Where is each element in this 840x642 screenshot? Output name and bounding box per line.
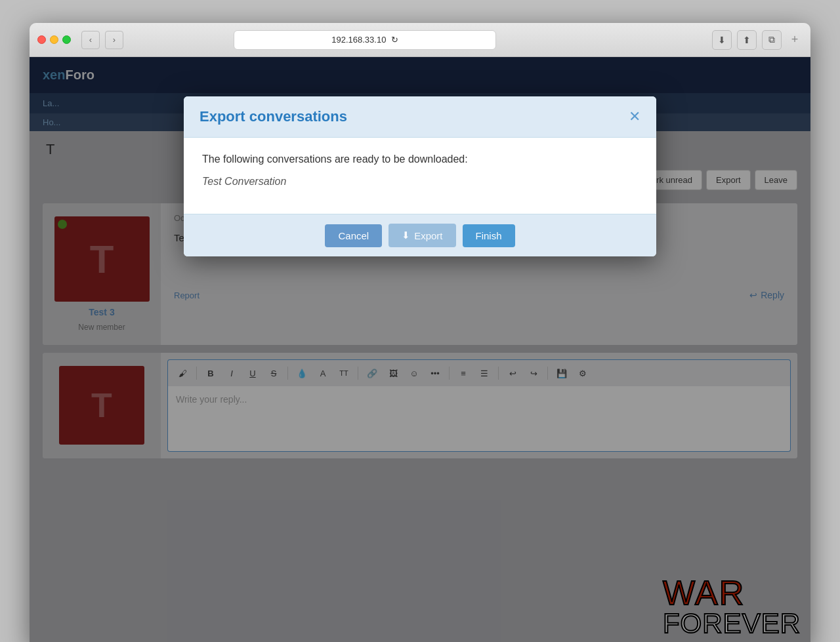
- conversation-item: Test Conversation: [202, 176, 638, 188]
- maximize-window-button[interactable]: [62, 35, 71, 44]
- address-text: 192.168.33.10: [331, 35, 386, 45]
- modal-title: Export conversations: [200, 108, 347, 125]
- address-bar[interactable]: 192.168.33.10: [234, 30, 496, 50]
- modal-overlay: Export conversations ✕ The following con…: [30, 57, 810, 642]
- refresh-icon[interactable]: [391, 35, 398, 45]
- close-window-button[interactable]: [37, 35, 46, 44]
- back-button[interactable]: ‹: [81, 31, 100, 49]
- modal-footer: Cancel ⬇ Export Finish: [184, 214, 656, 256]
- browser-toolbar-right: ⬇ ⬆ ⧉: [712, 30, 782, 50]
- export-modal: Export conversations ✕ The following con…: [184, 96, 656, 256]
- traffic-lights: [37, 35, 71, 44]
- export-download-button[interactable]: ⬇ Export: [388, 224, 455, 247]
- page-content: xenForo La... Ho... T ✏ Edit Star: [30, 57, 810, 642]
- tabs-icon[interactable]: ⧉: [762, 30, 782, 50]
- browser-titlebar: ‹ › 192.168.33.10 ⬇ ⬆ ⧉ +: [30, 23, 810, 57]
- forward-button[interactable]: ›: [105, 31, 123, 49]
- modal-body: The following conversations are ready to…: [184, 138, 656, 214]
- share-icon[interactable]: ⬆: [737, 30, 757, 50]
- modal-close-button[interactable]: ✕: [629, 110, 640, 124]
- modal-description: The following conversations are ready to…: [202, 153, 638, 165]
- download-icon: ⬇: [402, 230, 410, 241]
- minimize-window-button[interactable]: [50, 35, 58, 44]
- modal-header: Export conversations ✕: [184, 96, 656, 138]
- cancel-button[interactable]: Cancel: [325, 224, 382, 247]
- download-icon[interactable]: ⬇: [712, 30, 732, 50]
- new-tab-button[interactable]: +: [787, 32, 803, 48]
- finish-button[interactable]: Finish: [463, 224, 515, 247]
